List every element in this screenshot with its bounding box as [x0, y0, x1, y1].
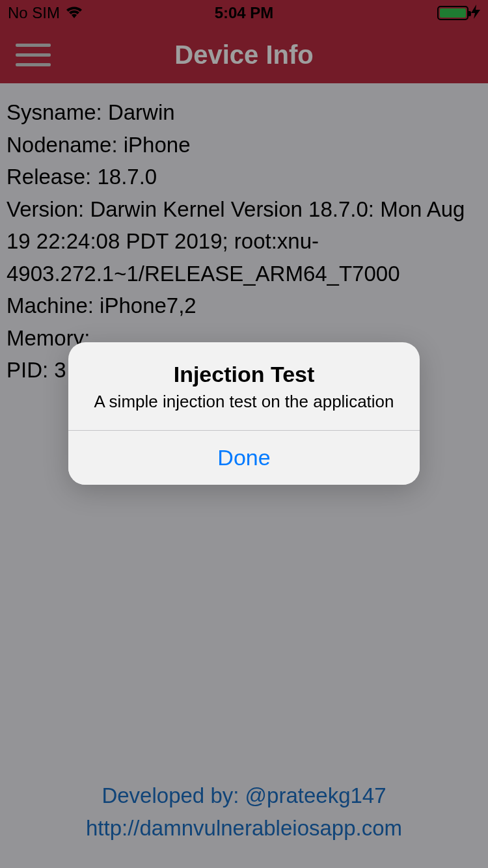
alert-dialog: Injection Test A simple injection test o… [68, 342, 420, 485]
alert-done-button[interactable]: Done [68, 430, 420, 485]
alert-body: Injection Test A simple injection test o… [68, 342, 420, 430]
alert-title: Injection Test [84, 362, 404, 387]
alert-message: A simple injection test on the applicati… [84, 391, 404, 413]
